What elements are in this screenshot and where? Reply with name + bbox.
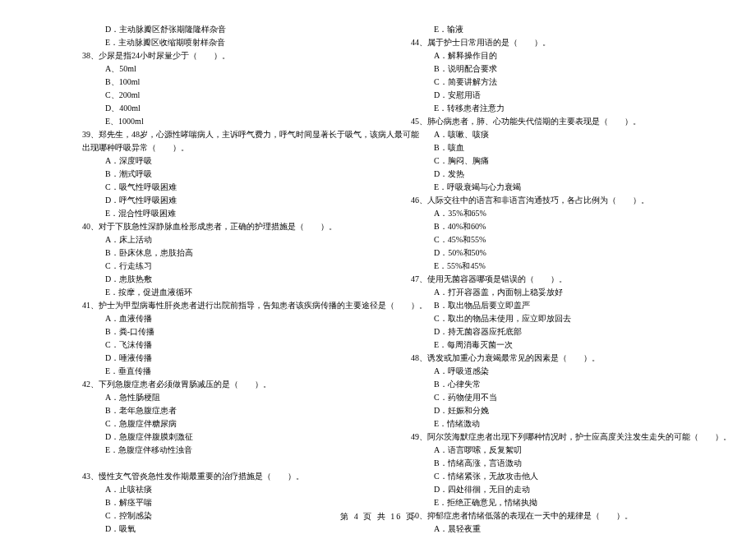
exam-page: D．主动脉瓣区舒张期隆隆样杂音E．主动脉瓣区收缩期喷射样杂音38、少尿是指24小… [0, 23, 756, 534]
answer-option: A．打开容器盖，内面朝上稳妥放好 [411, 286, 707, 299]
question-text: 40、对于下肢急性深静脉血栓形成患者，正确的护理措施是（ ）。 [82, 220, 362, 233]
answer-option: A．晨轻夜重 [411, 522, 707, 534]
left-column: D．主动脉瓣区舒张期隆隆样杂音E．主动脉瓣区收缩期喷射样杂音38、少尿是指24小… [33, 23, 378, 534]
answer-option: C．胸闷、胸痛 [411, 154, 707, 168]
answer-option: C．吸气性呼吸困难 [82, 181, 362, 194]
answer-option: B．40%和60% [411, 220, 707, 233]
question-text: 出现哪种呼吸异常（ ）。 [82, 141, 362, 154]
answer-option: A．急性肠梗阻 [82, 391, 362, 404]
answer-option: B．情绪高涨，言语激动 [411, 457, 707, 470]
question-text: 38、少尿是指24小时尿量少于（ ）。 [82, 49, 362, 62]
question-text: 39、郑先生，48岁，心源性哮喘病人，主诉呼气费力，呼气时间显著长于吸气，该病人… [82, 128, 362, 141]
answer-option: C．药物使用不当 [411, 391, 707, 404]
answer-option: E．每周消毒灭菌一次 [411, 338, 707, 352]
question-text: 46、人际交往中的语言和非语言沟通技巧，各占比例为（ ）。 [411, 194, 707, 207]
answer-option: E．输液 [411, 23, 707, 36]
right-column: E．输液44、属于护士日常用语的是（ ）。A．解释操作目的B．说明配合要求C．简… [378, 23, 723, 534]
answer-option: B．咳血 [411, 141, 707, 154]
answer-option: E．转移患者注意力 [411, 102, 707, 115]
answer-option: E．拒绝正确意见，情绪执拗 [411, 496, 707, 509]
answer-option: A．止咳祛痰 [82, 483, 362, 496]
answer-option: B．潮式呼吸 [82, 168, 362, 181]
question-text: 48、诱发或加重心力衰竭最常见的因素是（ ）。 [411, 352, 707, 365]
answer-option: A、50ml [82, 62, 362, 76]
answer-option: D．吸氧 [82, 522, 362, 534]
answer-option: C．45%和55% [411, 233, 707, 246]
question-text: 43、慢性支气管炎急性发作期最重要的治疗措施是（ ）。 [82, 470, 362, 483]
answer-option: D．发热 [411, 168, 707, 181]
answer-option: D．50%和50% [411, 246, 707, 260]
answer-option: A．语言啰嗦，反复絮叨 [411, 444, 707, 457]
answer-option: D．患肢热敷 [82, 273, 362, 286]
answer-option: C．急腹症伴糖尿病 [82, 417, 362, 430]
page-footer: 第 4 页 共 16 页 [0, 511, 756, 522]
answer-option: D．唾液传播 [82, 352, 362, 365]
answer-option: D．急腹症伴腹膜刺激征 [82, 430, 362, 444]
question-text: 42、下列急腹症患者必须做胃肠减压的是（ ）。 [82, 378, 362, 391]
answer-option: C、200ml [82, 89, 362, 102]
answer-option: D．安慰用语 [411, 89, 707, 102]
answer-option: C．简要讲解方法 [411, 76, 707, 89]
answer-option: B．卧床休息，患肢抬高 [82, 246, 362, 260]
answer-option: E．呼吸衰竭与心力衰竭 [411, 181, 707, 194]
answer-option: D．呼气性呼吸困难 [82, 194, 362, 207]
answer-option: C．飞沫传播 [82, 338, 362, 352]
answer-option: A．血液传播 [82, 312, 362, 325]
answer-option: B．说明配合要求 [411, 62, 707, 76]
answer-option: D、400ml [82, 102, 362, 115]
answer-option: D．四处徘徊，无目的走动 [411, 483, 707, 496]
answer-option: A．咳嗽、咳痰 [411, 128, 707, 141]
answer-option: D．主动脉瓣区舒张期隆隆样杂音 [82, 23, 362, 36]
answer-option: E．情绪激动 [411, 417, 707, 430]
answer-option: E．按摩，促进血液循环 [82, 286, 362, 299]
answer-option: E．混合性呼吸困难 [82, 207, 362, 220]
answer-option: C．取出的物品未使用，应立即放回去 [411, 312, 707, 325]
question-text: 44、属于护士日常用语的是（ ）。 [411, 36, 707, 49]
answer-option: B．老年急腹症患者 [82, 404, 362, 417]
answer-option: B．心律失常 [411, 378, 707, 391]
answer-option: E、1000ml [82, 115, 362, 128]
answer-option: E．垂直传播 [82, 365, 362, 378]
answer-option: A．床上活动 [82, 233, 362, 246]
answer-option: A．解释操作目的 [411, 49, 707, 62]
answer-option: A．呼吸道感染 [411, 365, 707, 378]
question-text: 47、使用无菌容器哪项是错误的（ ）。 [411, 273, 707, 286]
answer-option: B．解痉平喘 [82, 496, 362, 509]
answer-option: B、100ml [82, 76, 362, 89]
answer-option: E．急腹症伴移动性浊音 [82, 444, 362, 457]
question-text: 41、护士为甲型病毒性肝炎患者进行出院前指导，告知患者该疾病传播的主要途径是（ … [82, 299, 362, 312]
answer-option: A．深度呼吸 [82, 154, 362, 168]
question-text: 49、阿尔茨海默症患者出现下列哪种情况时，护士应高度关注发生走失的可能（ ）。 [411, 430, 707, 444]
answer-option: B．粪-口传播 [82, 325, 362, 338]
answer-option: C．情绪紧张，无故攻击他人 [411, 470, 707, 483]
answer-option: C．行走练习 [82, 260, 362, 273]
answer-option: E．55%和45% [411, 260, 707, 273]
question-text: 45、肺心病患者，肺、心功能失代偿期的主要表现是（ ）。 [411, 115, 707, 128]
answer-option: D．妊娠和分娩 [411, 404, 707, 417]
answer-option: A．35%和65% [411, 207, 707, 220]
answer-option: D．持无菌容器应托底部 [411, 325, 707, 338]
answer-option: B．取出物品后要立即盖严 [411, 299, 707, 312]
text-line [82, 457, 362, 470]
answer-option: E．主动脉瓣区收缩期喷射样杂音 [82, 36, 362, 49]
